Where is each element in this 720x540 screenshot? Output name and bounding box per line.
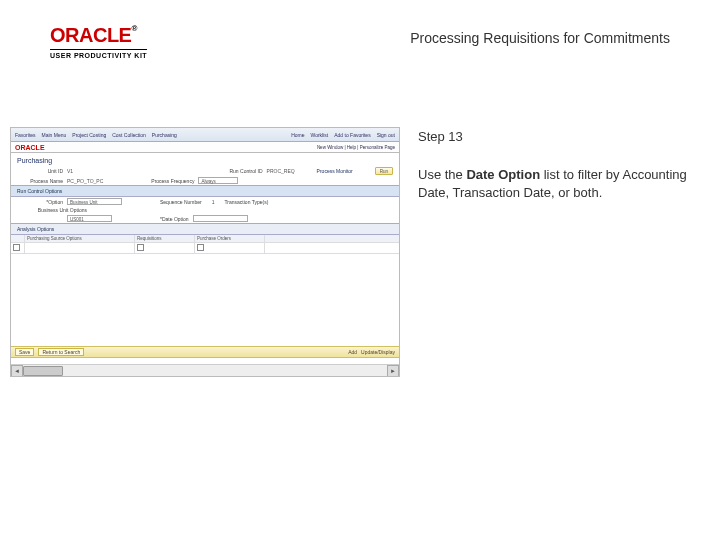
sequence-number-value: 1 <box>206 199 221 205</box>
run-control-value: PROC_REQ <box>267 168 295 174</box>
business-unit-options-label: Business Unit Options <box>17 207 87 213</box>
oracle-brand-text: ORACLE <box>50 24 131 46</box>
option-field[interactable]: Business Unit <box>67 198 122 205</box>
run-button[interactable]: Run <box>375 167 393 175</box>
add-link[interactable]: Add <box>348 349 357 355</box>
purchase-orders-checkbox[interactable] <box>197 244 204 251</box>
unit-id-label: Unit ID <box>17 168 63 174</box>
unit-id-value: V1 <box>67 168 73 174</box>
run-control-label: Run Control ID <box>229 168 262 174</box>
process-name-value: PC_PO_TO_PC <box>67 178 103 184</box>
nav-add-favorites[interactable]: Add to Favorites <box>334 132 370 138</box>
return-search-button[interactable]: Return to Search <box>38 348 84 356</box>
oracle-small-logo: ORACLE <box>15 144 45 151</box>
option-label: *Option <box>17 199 63 205</box>
instruction-pane: Step 13 Use the Date Option list to filt… <box>418 127 700 377</box>
process-monitor-link[interactable]: Process Monitor <box>317 168 353 174</box>
step-instruction-text: Use the Date Option list to filter by Ac… <box>418 166 700 201</box>
date-option-field[interactable] <box>193 215 248 222</box>
sequence-number-label: Sequence Number <box>160 199 202 205</box>
upk-subtitle: USER PRODUCTIVITY KIT <box>50 49 147 59</box>
app-footer-bar: Save Return to Search Add Update/Display <box>11 346 399 358</box>
horizontal-scrollbar[interactable]: ◄ ► <box>11 364 399 376</box>
app-top-nav: Favorites Main Menu Project Costing Cost… <box>11 128 399 142</box>
page-title: Processing Requisitions for Commitments <box>410 24 670 46</box>
process-frequency-label: Process Frequency <box>151 178 194 184</box>
requisitions-checkbox[interactable] <box>137 244 144 251</box>
col-source-options: Purchasing Source Options <box>25 235 135 242</box>
nav-signout[interactable]: Sign out <box>377 132 395 138</box>
step-label: Step 13 <box>418 129 700 144</box>
row-checkbox[interactable] <box>13 244 20 251</box>
analysis-options-tab[interactable]: Analysis Options <box>11 223 399 235</box>
page-links[interactable]: New Window | Help | Personalize Page <box>317 145 395 150</box>
scroll-right-icon[interactable]: ► <box>387 365 399 377</box>
process-name-label: Process Name <box>17 178 63 184</box>
scroll-left-icon[interactable]: ◄ <box>11 365 23 377</box>
nav-main-menu[interactable]: Main Menu <box>42 132 67 138</box>
process-frequency-field[interactable]: Always <box>198 177 238 184</box>
scroll-thumb[interactable] <box>23 366 63 376</box>
app-secondary-bar: ORACLE New Window | Help | Personalize P… <box>11 142 399 153</box>
col-purchase-orders: Purchase Orders <box>195 235 265 242</box>
nav-home[interactable]: Home <box>291 132 304 138</box>
transaction-types-label: Transaction Type(s) <box>224 199 268 205</box>
grid-row <box>11 243 399 254</box>
oracle-upk-logo: ORACLE® USER PRODUCTIVITY KIT <box>50 24 147 59</box>
module-title: Purchasing <box>11 153 399 166</box>
app-screenshot-pane: Favorites Main Menu Project Costing Cost… <box>10 127 400 377</box>
grid-header: Purchasing Source Options Requisitions P… <box>11 235 399 243</box>
save-button[interactable]: Save <box>15 348 34 356</box>
nav-project-costing[interactable]: Project Costing <box>72 132 106 138</box>
nav-cost-collection[interactable]: Cost Collection <box>112 132 146 138</box>
trademark-icon: ® <box>131 24 136 33</box>
nav-worklist[interactable]: Worklist <box>311 132 329 138</box>
date-option-label: *Date Option <box>160 216 189 222</box>
nav-favorites[interactable]: Favorites <box>15 132 36 138</box>
col-requisitions: Requisitions <box>135 235 195 242</box>
run-control-options-header: Run Control Options <box>11 185 399 197</box>
nav-purchasing[interactable]: Purchasing <box>152 132 177 138</box>
business-unit-field[interactable]: US001 <box>67 215 112 222</box>
update-display-link[interactable]: Update/Display <box>361 349 395 355</box>
